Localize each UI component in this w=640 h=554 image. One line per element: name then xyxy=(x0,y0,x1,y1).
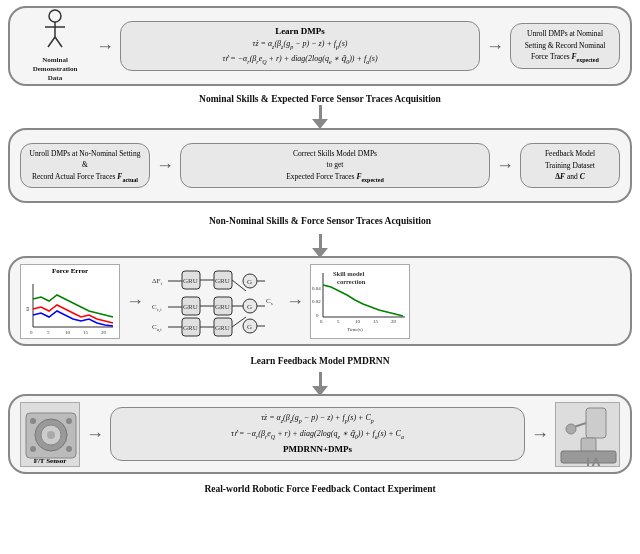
down-arrow-2 xyxy=(312,234,328,258)
arrow-2: → xyxy=(486,36,504,57)
arrow-6: → xyxy=(286,291,304,312)
svg-text:20: 20 xyxy=(391,319,397,324)
svg-text:GRU: GRU xyxy=(183,277,198,285)
feedback-box: Feedback ModelTraining DatasetΔF and C xyxy=(520,143,620,188)
arrow-7: → xyxy=(86,424,104,445)
svg-rect-69 xyxy=(586,408,606,438)
svg-point-0 xyxy=(49,10,61,22)
svg-text:10: 10 xyxy=(65,330,71,335)
arrow-8: → xyxy=(531,424,549,445)
svg-line-4 xyxy=(55,37,62,47)
section1-label: Nominal Skills & Expected Force Sensor T… xyxy=(8,94,632,104)
section1-content: Nominal Demonstration Data → Learn DMPs … xyxy=(8,6,632,86)
section1: Nominal Demonstration Data → Learn DMPs … xyxy=(8,6,632,106)
pmdrnn-box: τż = αz(βz(gp − p) − z) + fp(s) + Cp τṙ … xyxy=(110,407,525,462)
svg-text:0.04: 0.04 xyxy=(312,286,321,291)
svg-text:0: 0 xyxy=(30,330,33,335)
robot-svg xyxy=(556,403,620,467)
svg-text:G: G xyxy=(247,303,252,311)
svg-point-68 xyxy=(66,446,72,452)
pmdrnn-math2: τṙ = −αr(βreQ + r) + diag(2log(qe ∗ q̄0)… xyxy=(119,428,516,441)
section3-label: Learn Feedback Model PMDRNN xyxy=(8,356,632,366)
svg-line-3 xyxy=(48,37,55,47)
chart-title: Force Error xyxy=(21,267,119,275)
svg-point-64 xyxy=(47,431,55,439)
svg-text:correction: correction xyxy=(337,278,366,285)
svg-point-66 xyxy=(66,418,72,424)
person-label: Nominal Demonstration Data xyxy=(33,56,78,83)
svg-text:Time(s): Time(s) xyxy=(347,327,363,332)
svg-text:0: 0 xyxy=(320,319,323,324)
section3-content: Force Error ω 0 5 10 15 20 t/Hz(s) xyxy=(8,256,632,346)
svg-text:ω: ω xyxy=(24,307,30,311)
svg-text:G: G xyxy=(247,278,252,286)
svg-text:0: 0 xyxy=(316,313,319,318)
pmdrnn-title: PMDRNN+DMPs xyxy=(119,444,516,454)
force-error-chart: Force Error ω 0 5 10 15 20 t/Hz(s) xyxy=(20,264,120,339)
svg-text:15: 15 xyxy=(373,319,379,324)
section4: F/T Sensor → τż = αz(βz(gp − p) − z) + f… xyxy=(8,394,632,494)
no-nominal-text: Unroll DMPs at No-Nominal Setting&Record… xyxy=(30,149,141,181)
arrow-line-2 xyxy=(319,234,322,248)
sensor-label: F/T Sensor xyxy=(21,457,79,465)
arrow-3: → xyxy=(156,155,174,176)
svg-text:ΔFi: ΔFi xyxy=(152,277,162,286)
learn-dmps-title: Learn DMPs xyxy=(129,26,471,36)
math-line2: τṙ = −αr(βreQ + r) + diag(2log(qe ∗ q̄0)… xyxy=(129,53,471,66)
svg-text:20: 20 xyxy=(101,330,107,335)
svg-text:Ca,i: Ca,i xyxy=(152,323,162,333)
svg-text:10: 10 xyxy=(355,319,361,324)
pmdrnn-math1: τż = αz(βz(gp − p) − z) + fp(s) + Cp xyxy=(119,412,516,425)
unroll-text: Unroll DMPs at NominalSetting & Record N… xyxy=(525,29,606,61)
section4-label: Real-world Robotic Force Feedback Contac… xyxy=(8,484,632,494)
svg-text:GRU: GRU xyxy=(215,303,230,311)
arrow-line-1 xyxy=(319,105,322,119)
svg-text:GRU: GRU xyxy=(215,277,230,285)
svg-point-65 xyxy=(30,418,36,424)
svg-text:GRU: GRU xyxy=(183,303,198,311)
math-line1: τż = αz(βz(gp − p) − z) + fp(s) xyxy=(129,38,471,51)
skill-chart-svg: Skill model correction 0.04 0.02 0 0 5 1… xyxy=(311,265,411,340)
svg-text:Cs: Cs xyxy=(266,297,273,306)
svg-point-67 xyxy=(30,446,36,452)
section2: Unroll DMPs at No-Nominal Setting&Record… xyxy=(8,128,632,226)
arrow-1: → xyxy=(96,36,114,57)
correct-box: Correct Skills Model DMPsto getExpected … xyxy=(180,143,490,189)
svg-text:GRU: GRU xyxy=(215,324,230,332)
learn-dmps-box: Learn DMPs τż = αz(βz(gp − p) − z) + fp(… xyxy=(120,21,480,71)
arrow-5: → xyxy=(126,291,144,312)
correct-text: Correct Skills Model DMPsto getExpected … xyxy=(286,149,384,181)
svg-point-72 xyxy=(566,424,576,434)
section2-label: Non-Nominal Skills & Force Sensor Traces… xyxy=(8,216,632,226)
force-chart-svg: ω 0 5 10 15 20 t/Hz(s) xyxy=(23,279,119,337)
nn-diagram: ΔFi Cc,i Ca,i GRU GRU GRU xyxy=(150,261,280,341)
robot-image xyxy=(555,402,620,467)
svg-text:15: 15 xyxy=(83,330,89,335)
svg-text:GRU: GRU xyxy=(183,324,198,332)
down-arrow-3 xyxy=(312,372,328,396)
svg-text:G: G xyxy=(247,323,252,331)
main-diagram: Nominal Demonstration Data → Learn DMPs … xyxy=(0,0,640,554)
section3: Force Error ω 0 5 10 15 20 t/Hz(s) xyxy=(8,256,632,366)
arrow-4: → xyxy=(496,155,514,176)
skill-correction-chart: Skill model correction 0.04 0.02 0 0 5 1… xyxy=(310,264,410,339)
unroll-dmps-box: Unroll DMPs at NominalSetting & Record N… xyxy=(510,23,620,69)
person-icon xyxy=(40,9,70,54)
svg-text:Cc,i: Cc,i xyxy=(152,303,162,313)
person-box: Nominal Demonstration Data xyxy=(20,9,90,83)
svg-text:5: 5 xyxy=(47,330,50,335)
svg-text:5: 5 xyxy=(337,319,340,324)
svg-text:0.02: 0.02 xyxy=(312,299,321,304)
arrow-line-3 xyxy=(319,372,322,386)
feedback-text: Feedback ModelTraining DatasetΔF and C xyxy=(545,149,595,181)
section4-content: F/T Sensor → τż = αz(βz(gp − p) − z) + f… xyxy=(8,394,632,474)
no-nominal-box: Unroll DMPs at No-Nominal Setting&Record… xyxy=(20,143,150,189)
svg-text:Skill model: Skill model xyxy=(333,270,364,277)
down-arrow-1 xyxy=(312,105,328,129)
sensor-image: F/T Sensor xyxy=(20,402,80,467)
section2-content: Unroll DMPs at No-Nominal Setting&Record… xyxy=(8,128,632,203)
